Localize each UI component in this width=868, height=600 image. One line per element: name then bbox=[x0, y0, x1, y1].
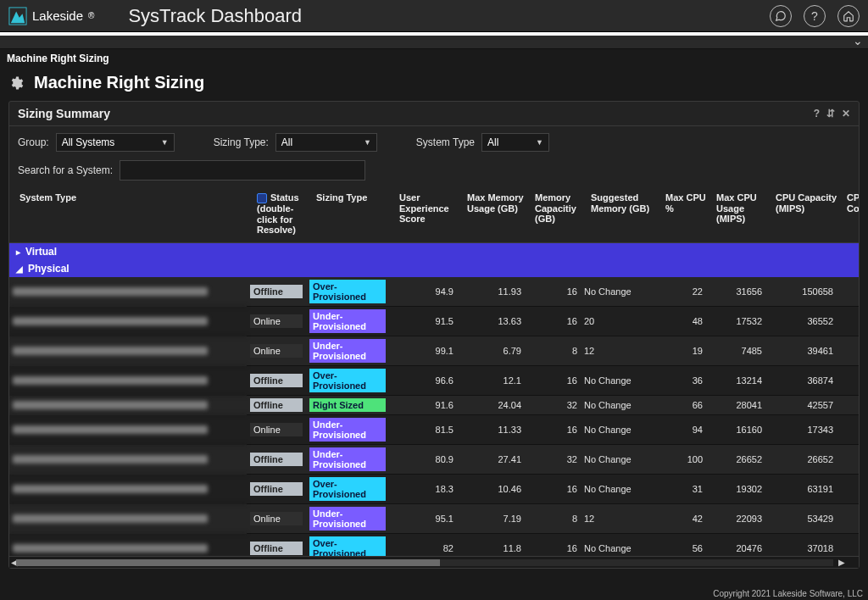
search-label: Search for a System: bbox=[18, 164, 113, 176]
cpu-cell: 66 bbox=[655, 396, 706, 415]
memcap-cell: 16 bbox=[525, 307, 581, 336]
col-sizing-type[interactable]: Sizing Type bbox=[313, 191, 396, 237]
system-name-cell bbox=[9, 475, 247, 504]
memcap-cell: 16 bbox=[525, 277, 581, 307]
group-physical[interactable]: ◢ Physical bbox=[9, 260, 859, 277]
col-max-mem[interactable]: Max Memory Usage (GB) bbox=[464, 191, 531, 237]
memcap-cell: 32 bbox=[525, 445, 581, 475]
table-row[interactable]: OfflineOver-Provisioned8211.816No Change… bbox=[9, 534, 859, 556]
sugg-cell: No Change bbox=[581, 415, 655, 445]
table-row[interactable]: OfflineOver-Provisioned18.310.4616No Cha… bbox=[9, 475, 859, 504]
status-cell[interactable]: Offline bbox=[247, 475, 306, 504]
mips-cell: 22093 bbox=[706, 504, 765, 534]
memcap-cell: 16 bbox=[525, 415, 581, 445]
brand-name: Lakeside bbox=[32, 8, 83, 23]
mips-cell: 26652 bbox=[706, 445, 765, 475]
sizing-type-dropdown[interactable]: All bbox=[275, 133, 377, 152]
cpu-cell: 100 bbox=[655, 445, 706, 475]
system-name-cell bbox=[9, 307, 247, 336]
col-cpu-cap[interactable]: CPU Capacity (MIPS) bbox=[772, 191, 843, 237]
sugg-cell: No Change bbox=[581, 396, 655, 415]
ux-cell: 91.5 bbox=[389, 307, 457, 336]
table-row[interactable]: OfflineOver-Provisioned96.612.116No Chan… bbox=[9, 366, 859, 396]
sizing-type-label: Sizing Type: bbox=[214, 136, 269, 148]
panel-close-icon[interactable]: ✕ bbox=[842, 108, 850, 119]
search-input[interactable] bbox=[120, 160, 365, 181]
sizing-cell: Over-Provisioned bbox=[306, 366, 389, 396]
table-row[interactable]: OnlineUnder-Provisioned91.513.6316204817… bbox=[9, 307, 859, 336]
sugg-cell: No Change bbox=[581, 534, 655, 556]
col-cpu-cores[interactable]: CPU Cores bbox=[843, 191, 859, 237]
maxmem-cell: 11.8 bbox=[457, 534, 525, 556]
table-row[interactable]: OnlineUnder-Provisioned99.16.79812197485… bbox=[9, 336, 859, 366]
cores-cell: 8 bbox=[837, 504, 859, 534]
cpu-cell: 22 bbox=[655, 277, 706, 307]
maxmem-cell: 10.46 bbox=[457, 475, 525, 504]
status-cell[interactable]: Offline bbox=[247, 277, 306, 307]
col-mem-cap[interactable]: Memory Capacitiy (GB) bbox=[531, 191, 587, 237]
status-cell[interactable]: Offline bbox=[247, 366, 306, 396]
table-row[interactable]: OnlineUnder-Provisioned81.511.3316No Cha… bbox=[9, 415, 859, 445]
mips-cell: 28041 bbox=[706, 396, 765, 415]
table-row[interactable]: OfflineOver-Provisioned94.911.9316No Cha… bbox=[9, 277, 859, 307]
status-cell[interactable]: Offline bbox=[247, 534, 306, 556]
brand-logo: Lakeside® bbox=[8, 7, 94, 25]
memcap-cell: 8 bbox=[525, 336, 581, 366]
col-max-cpu[interactable]: Max CPU % bbox=[662, 191, 713, 237]
system-name-cell bbox=[9, 277, 247, 307]
cap-cell: 150658 bbox=[765, 277, 837, 307]
scroll-right-icon[interactable]: ▶ bbox=[838, 558, 845, 567]
table-row[interactable]: OfflineUnder-Provisioned80.927.4132No Ch… bbox=[9, 445, 859, 475]
help-icon[interactable]: ? bbox=[804, 5, 826, 27]
cpu-cell: 94 bbox=[655, 415, 706, 445]
status-cell[interactable]: Online bbox=[247, 336, 306, 366]
group-virtual[interactable]: ▸ Virtual bbox=[9, 243, 859, 260]
panel-restore-icon[interactable]: ⇵ bbox=[826, 108, 835, 119]
status-cell[interactable]: Offline bbox=[247, 445, 306, 475]
horizontal-scrollbar[interactable]: ◀ ▶ bbox=[9, 556, 859, 568]
maxmem-cell: 7.19 bbox=[457, 504, 525, 534]
col-ux-score[interactable]: User Experience Score bbox=[396, 191, 464, 237]
status-cell[interactable]: Offline bbox=[247, 396, 306, 415]
sugg-cell: 12 bbox=[581, 336, 655, 366]
group-dropdown[interactable]: All Systems bbox=[56, 133, 175, 152]
sugg-cell: No Change bbox=[581, 445, 655, 475]
table-row[interactable]: OfflineRight Sized91.624.0432No Change66… bbox=[9, 396, 859, 415]
ux-cell: 81.5 bbox=[389, 415, 457, 445]
sizing-cell: Under-Provisioned bbox=[306, 445, 389, 475]
mips-cell: 17532 bbox=[706, 307, 765, 336]
col-status[interactable]: Status (double-click for Resolve) bbox=[253, 191, 313, 237]
cap-cell: 36874 bbox=[765, 366, 837, 396]
dashboard-selector-strip[interactable] bbox=[0, 36, 868, 49]
system-name-cell bbox=[9, 396, 247, 415]
maxmem-cell: 11.93 bbox=[457, 277, 525, 307]
home-icon[interactable] bbox=[837, 5, 860, 27]
lakeside-logo-icon bbox=[8, 7, 27, 25]
system-name-cell bbox=[9, 445, 247, 475]
status-cell[interactable]: Online bbox=[247, 415, 306, 445]
col-sugg-mem[interactable]: Suggested Memory (GB) bbox=[587, 191, 662, 237]
sugg-cell: 12 bbox=[581, 504, 655, 534]
col-max-cpu-mips[interactable]: Max CPU Usage (MIPS) bbox=[713, 191, 772, 237]
cores-cell: 12 bbox=[837, 277, 859, 307]
feedback-icon[interactable] bbox=[770, 5, 792, 27]
cpu-cell: 36 bbox=[655, 366, 706, 396]
table-row[interactable]: OnlineUnder-Provisioned95.17.19812422209… bbox=[9, 504, 859, 534]
ux-cell: 99.1 bbox=[389, 336, 457, 366]
memcap-cell: 16 bbox=[525, 475, 581, 504]
sizing-summary-panel: Sizing Summary ? ⇵ ✕ Group: All Systems … bbox=[8, 101, 860, 569]
cap-cell: 37018 bbox=[765, 534, 837, 556]
panel-help-icon[interactable]: ? bbox=[814, 108, 820, 119]
sugg-cell: No Change bbox=[581, 366, 655, 396]
col-system-type[interactable]: System Type bbox=[16, 191, 253, 237]
gear-icon[interactable] bbox=[8, 75, 24, 91]
status-checkbox-icon[interactable] bbox=[257, 193, 267, 203]
cap-cell: 42557 bbox=[765, 396, 837, 415]
status-cell[interactable]: Online bbox=[247, 504, 306, 534]
sizing-cell: Right Sized bbox=[306, 396, 389, 415]
system-name-cell bbox=[9, 534, 247, 556]
system-type-dropdown[interactable]: All bbox=[481, 133, 549, 152]
ux-cell: 95.1 bbox=[389, 504, 457, 534]
cpu-cell: 31 bbox=[655, 475, 706, 504]
status-cell[interactable]: Online bbox=[247, 307, 306, 336]
